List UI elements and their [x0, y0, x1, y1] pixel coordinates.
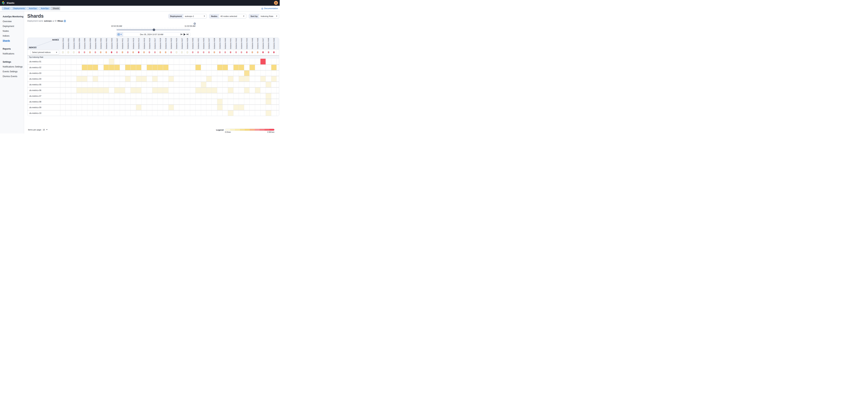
- heatmap-cell[interactable]: [98, 70, 103, 76]
- heatmap-cell[interactable]: [190, 88, 195, 93]
- heatmap-cell[interactable]: [266, 65, 271, 70]
- heatmap-cell[interactable]: [104, 65, 109, 70]
- heatmap-cell[interactable]: [190, 93, 195, 99]
- heatmap-cell[interactable]: [109, 93, 114, 99]
- heatmap-cell[interactable]: [98, 105, 103, 110]
- heatmap-cell[interactable]: [168, 65, 174, 70]
- heatmap-cell[interactable]: [142, 76, 147, 82]
- heatmap-cell[interactable]: [271, 105, 277, 110]
- heatmap-cell[interactable]: [228, 70, 233, 76]
- heatmap-cell[interactable]: [255, 82, 260, 87]
- heatmap-cell[interactable]: [244, 70, 250, 76]
- heatmap-cell[interactable]: [131, 105, 136, 110]
- heatmap-cell[interactable]: [168, 70, 174, 76]
- heatmap-cell[interactable]: [147, 82, 152, 87]
- heatmap-cell[interactable]: [60, 82, 66, 87]
- heatmap-cell[interactable]: [125, 65, 131, 70]
- heatmap-cell[interactable]: [147, 76, 152, 82]
- heatmap-cell[interactable]: [98, 93, 103, 99]
- heatmap-cell[interactable]: [244, 88, 250, 93]
- heatmap-cell[interactable]: [76, 59, 82, 64]
- heatmap-cell[interactable]: [136, 111, 142, 116]
- heatmap-cell[interactable]: [190, 99, 195, 105]
- heatmap-cell[interactable]: [260, 93, 266, 99]
- heatmap-cell[interactable]: [66, 93, 71, 99]
- heatmap-cell[interactable]: [207, 70, 212, 76]
- current-timestamp[interactable]: Dec 05, 2024 10:57:16 AM: [123, 32, 180, 36]
- heatmap-cell[interactable]: [125, 111, 131, 116]
- heatmap-cell[interactable]: [152, 105, 158, 110]
- heatmap-cell[interactable]: [260, 70, 266, 76]
- heatmap-cell[interactable]: [255, 59, 260, 64]
- heatmap-cell[interactable]: [255, 93, 260, 99]
- heatmap-cell[interactable]: [60, 99, 66, 105]
- heatmap-cell[interactable]: [223, 105, 228, 110]
- heatmap-cell[interactable]: [120, 105, 125, 110]
- heatmap-cell[interactable]: [207, 65, 212, 70]
- heatmap-cell[interactable]: [207, 88, 212, 93]
- heatmap-cell[interactable]: [244, 82, 250, 87]
- nodes-select[interactable]: 40 nodes selected ▼: [219, 14, 246, 18]
- heatmap-cell[interactable]: [114, 70, 120, 76]
- heatmap-cell[interactable]: [185, 82, 190, 87]
- heatmap-cell[interactable]: [163, 65, 168, 70]
- heatmap-cell[interactable]: [228, 82, 233, 87]
- heatmap-cell[interactable]: [76, 70, 82, 76]
- heatmap-cell[interactable]: [147, 93, 152, 99]
- heatmap-cell[interactable]: [244, 59, 250, 64]
- heatmap-cell[interactable]: [223, 82, 228, 87]
- heatmap-cell[interactable]: [142, 59, 147, 64]
- heatmap-cell[interactable]: [195, 99, 201, 105]
- heatmap-cell[interactable]: [60, 93, 66, 99]
- heatmap-cell[interactable]: [212, 111, 217, 116]
- heatmap-cell[interactable]: [212, 76, 217, 82]
- heatmap-cell[interactable]: [109, 82, 114, 87]
- heatmap-cell[interactable]: [136, 99, 142, 105]
- breadcrumb-autoops-2[interactable]: AutoOps: [38, 7, 51, 10]
- heatmap-cell[interactable]: [217, 99, 223, 105]
- heatmap-cell[interactable]: [168, 105, 174, 110]
- heatmap-cell[interactable]: [217, 93, 223, 99]
- heatmap-cell[interactable]: [163, 88, 168, 93]
- sidebar-item-shards[interactable]: Shards: [3, 39, 24, 42]
- heatmap-cell[interactable]: [120, 82, 125, 87]
- heatmap-cell[interactable]: [87, 93, 93, 99]
- items-per-page-control[interactable]: Items per page: 10 ▼: [28, 129, 48, 131]
- heatmap-cell[interactable]: [93, 65, 98, 70]
- heatmap-cell[interactable]: [104, 88, 109, 93]
- heatmap-cell[interactable]: [104, 59, 109, 64]
- heatmap-cell[interactable]: [266, 59, 271, 64]
- heatmap-cell[interactable]: [179, 99, 185, 105]
- heatmap-cell[interactable]: [136, 93, 142, 99]
- heatmap-cell[interactable]: [244, 65, 250, 70]
- heatmap-cell[interactable]: [131, 70, 136, 76]
- heatmap-cell[interactable]: [82, 82, 87, 87]
- heatmap-cell[interactable]: [109, 65, 114, 70]
- heatmap-cell[interactable]: [271, 82, 277, 87]
- heatmap-cell[interactable]: [114, 93, 120, 99]
- heatmap-cell[interactable]: [228, 76, 233, 82]
- heatmap-cell[interactable]: [163, 70, 168, 76]
- heatmap-cell[interactable]: [201, 105, 207, 110]
- heatmap-cell[interactable]: [201, 70, 207, 76]
- heatmap-cell[interactable]: [82, 105, 87, 110]
- heatmap-cell[interactable]: [223, 88, 228, 93]
- heatmap-cell[interactable]: [212, 93, 217, 99]
- heatmap-cell[interactable]: [152, 93, 158, 99]
- heatmap-cell[interactable]: [190, 59, 195, 64]
- heatmap-cell[interactable]: [93, 70, 98, 76]
- heatmap-cell[interactable]: [152, 111, 158, 116]
- heatmap-cell[interactable]: [147, 65, 152, 70]
- heatmap-cell[interactable]: [114, 88, 120, 93]
- heatmap-cell[interactable]: [174, 93, 179, 99]
- heatmap-cell[interactable]: [174, 82, 179, 87]
- heatmap-cell[interactable]: [60, 76, 66, 82]
- heatmap-cell[interactable]: [142, 93, 147, 99]
- heatmap-cell[interactable]: [255, 70, 260, 76]
- heatmap-cell[interactable]: [125, 76, 131, 82]
- heatmap-cell[interactable]: [174, 105, 179, 110]
- heatmap-cell[interactable]: [239, 93, 244, 99]
- heatmap-cell[interactable]: [142, 88, 147, 93]
- heatmap-cell[interactable]: [190, 70, 195, 76]
- heatmap-cell[interactable]: [66, 99, 71, 105]
